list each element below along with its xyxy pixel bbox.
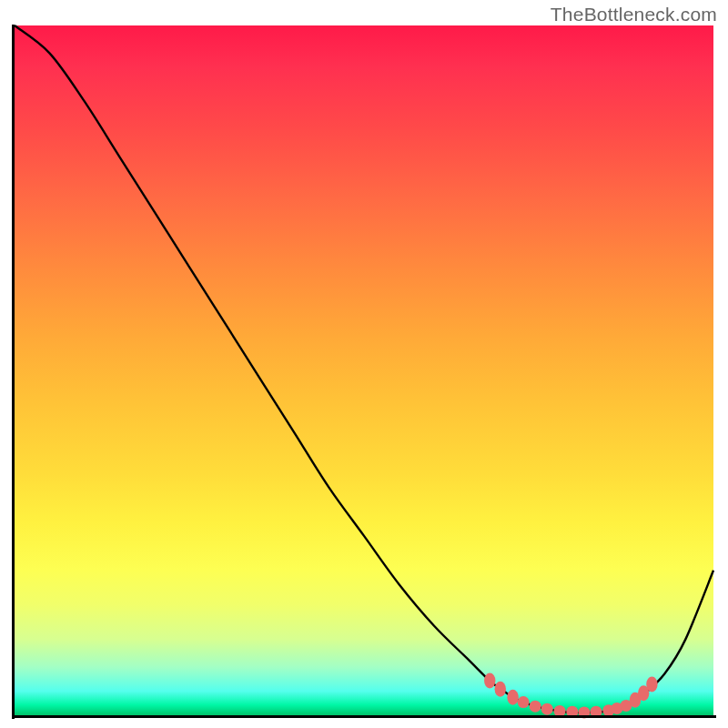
attribution-text: TheBottleneck.com <box>551 4 717 25</box>
highlight-marker <box>646 676 657 692</box>
highlight-marker <box>518 696 530 708</box>
y-axis-line <box>12 25 15 719</box>
bottleneck-curve-line <box>15 25 713 713</box>
highlight-marker <box>530 701 541 713</box>
x-axis-line <box>12 715 716 718</box>
chart-svg <box>15 25 713 715</box>
highlight-markers-group <box>484 673 658 719</box>
chart-plot-area <box>15 25 713 715</box>
highlight-marker <box>507 690 518 705</box>
highlight-marker <box>541 703 553 715</box>
highlight-marker <box>495 682 506 697</box>
highlight-marker <box>484 673 495 689</box>
